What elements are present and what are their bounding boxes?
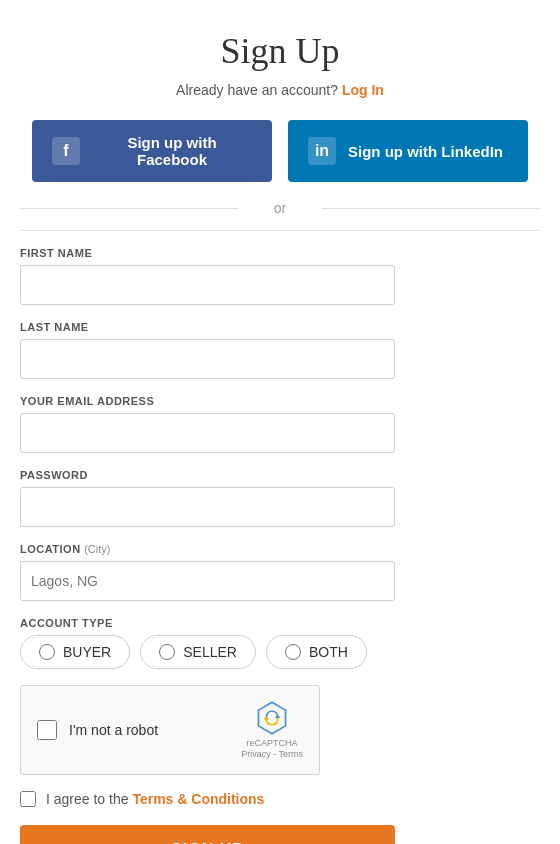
login-link[interactable]: Log In <box>342 82 384 98</box>
captcha-logo: reCAPTCHA Privacy - Terms <box>241 700 303 760</box>
signup-button[interactable]: SIGN UP <box>20 825 395 844</box>
last-name-input[interactable] <box>20 339 395 379</box>
email-group: YOUR EMAIL ADDRESS <box>20 395 540 453</box>
linkedin-button-label: Sign up with LinkedIn <box>348 143 503 160</box>
terms-link[interactable]: Terms & Conditions <box>132 791 264 807</box>
linkedin-icon: in <box>308 137 336 165</box>
linkedin-signup-button[interactable]: in Sign up with LinkedIn <box>288 120 528 182</box>
first-name-group: FIRST NAME <box>20 247 540 305</box>
login-prompt: Already have an account? Log In <box>20 82 540 98</box>
both-label: BOTH <box>309 644 348 660</box>
seller-option[interactable]: SELLER <box>140 635 256 669</box>
captcha-left: I'm not a robot <box>37 720 158 740</box>
last-name-group: LAST NAME <box>20 321 540 379</box>
facebook-icon: f <box>52 137 80 165</box>
captcha-brand: reCAPTCHA Privacy - Terms <box>241 738 303 760</box>
svg-marker-0 <box>275 715 281 718</box>
both-option[interactable]: BOTH <box>266 635 367 669</box>
seller-radio[interactable] <box>159 644 175 660</box>
first-name-input[interactable] <box>20 265 395 305</box>
account-type-group: ACCOUNT TYPE BUYER SELLER BOTH <box>20 617 540 669</box>
location-label: LOCATION (City) <box>20 543 540 555</box>
captcha-checkbox[interactable] <box>37 720 57 740</box>
email-input[interactable] <box>20 413 395 453</box>
password-input[interactable] <box>20 487 395 527</box>
buyer-label: BUYER <box>63 644 111 660</box>
both-radio[interactable] <box>285 644 301 660</box>
social-buttons: f Sign up with Facebook in Sign up with … <box>20 120 540 182</box>
account-type-label: ACCOUNT TYPE <box>20 617 540 629</box>
buyer-radio[interactable] <box>39 644 55 660</box>
terms-checkbox[interactable] <box>20 791 36 807</box>
seller-label: SELLER <box>183 644 237 660</box>
terms-text: I agree to the Terms & Conditions <box>46 791 264 807</box>
svg-marker-1 <box>264 718 270 721</box>
location-group: LOCATION (City) <box>20 543 540 601</box>
facebook-signup-button[interactable]: f Sign up with Facebook <box>32 120 272 182</box>
terms-row: I agree to the Terms & Conditions <box>20 791 540 807</box>
signup-form: FIRST NAME LAST NAME YOUR EMAIL ADDRESS … <box>20 230 540 844</box>
page-title: Sign Up <box>20 30 540 72</box>
password-group: PASSWORD <box>20 469 540 527</box>
buyer-option[interactable]: BUYER <box>20 635 130 669</box>
page-container: Sign Up Already have an account? Log In … <box>0 0 560 844</box>
or-divider: or <box>20 200 540 216</box>
account-type-options: BUYER SELLER BOTH <box>20 635 540 669</box>
email-label: YOUR EMAIL ADDRESS <box>20 395 540 407</box>
location-input[interactable] <box>20 561 395 601</box>
last-name-label: LAST NAME <box>20 321 540 333</box>
recaptcha-icon <box>254 700 290 736</box>
captcha-text: I'm not a robot <box>69 722 158 738</box>
password-label: PASSWORD <box>20 469 540 481</box>
first-name-label: FIRST NAME <box>20 247 540 259</box>
captcha-box: I'm not a robot reCAPTCHA Privacy - Term… <box>20 685 320 775</box>
facebook-button-label: Sign up with Facebook <box>92 134 252 168</box>
